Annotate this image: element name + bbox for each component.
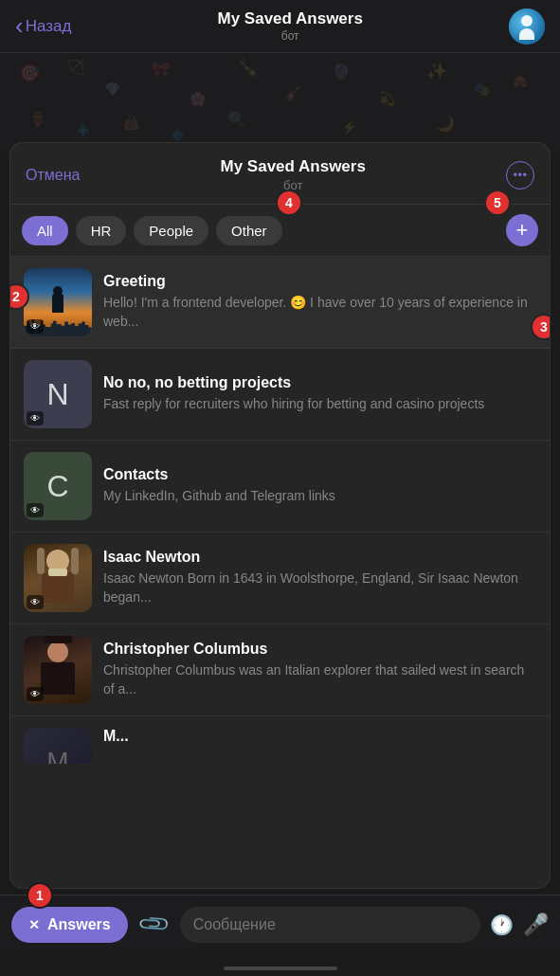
cancel-button[interactable]: Отмена	[26, 167, 80, 184]
chevron-left-icon: ‹	[15, 13, 24, 38]
bottom-bar: 1 ✕ Answers 📎 🕐 🎤	[0, 895, 560, 953]
item-description: Christopher Columbus was an Italian expl…	[103, 661, 536, 698]
filter-tab-all[interactable]: All	[22, 216, 68, 245]
item-thumbnail-partial: M	[24, 728, 92, 764]
item-info-columbus: Christopher Columbus Christopher Columbu…	[103, 641, 536, 698]
item-title: M...	[103, 728, 536, 745]
clock-button[interactable]: 🕐	[490, 913, 514, 936]
item-description: Fast reply for recruiters who hiring for…	[103, 395, 536, 414]
list-item[interactable]: 👁 Greeting Hello! I'm a frontend develop…	[10, 257, 550, 349]
message-input[interactable]	[180, 907, 480, 943]
items-list: 2 3 👁 Greeting Hello! I'm a frontend dev…	[10, 257, 550, 878]
filter-tabs: All HR People Other	[22, 216, 498, 245]
filter-row: 4 5 All HR People Other +	[10, 205, 550, 257]
item-description: My LinkedIn, Github and Telegram links	[103, 487, 536, 506]
nav-subtitle: бот	[218, 29, 363, 43]
panel-card: Отмена My Saved Answers бот ••• 4 5 All …	[9, 142, 551, 889]
item-info-partial: M...	[103, 728, 536, 745]
top-nav: ‹ Назад My Saved Answers бот	[0, 0, 560, 53]
nav-back-label: Назад	[26, 17, 72, 36]
item-title: Christopher Columbus	[103, 641, 536, 658]
panel-title: My Saved Answers	[221, 157, 366, 176]
list-item-partial[interactable]: M M...	[10, 716, 550, 764]
item-title: No no, no betting projects	[103, 374, 536, 391]
item-thumbnail-columbus: 👁	[24, 636, 92, 704]
answers-x-icon: ✕	[28, 917, 40, 932]
more-dots-icon: •••	[513, 169, 527, 181]
item-thumbnail-newton: 👁	[24, 544, 92, 612]
list-item[interactable]: 👁 Isaac Newton Isaac Newton Born in 1643…	[10, 533, 550, 624]
list-item[interactable]: N 👁 No no, no betting projects Fast repl…	[10, 349, 550, 441]
list-item[interactable]: 👁 Christopher Columbus Christopher Colum…	[10, 624, 550, 716]
item-title: Contacts	[103, 466, 536, 483]
nav-title: My Saved Answers	[218, 9, 363, 28]
filter-tab-hr[interactable]: HR	[76, 216, 127, 245]
item-title: Isaac Newton	[103, 549, 536, 566]
item-thumbnail-c: C 👁	[24, 452, 92, 520]
attach-button[interactable]: 📎	[131, 901, 177, 948]
answers-button[interactable]: ✕ Answers	[11, 907, 128, 943]
nav-title-block: My Saved Answers бот	[218, 9, 363, 43]
badge-5: 5	[484, 190, 511, 216]
filter-tab-other[interactable]: Other	[216, 216, 282, 245]
item-info-c: Contacts My LinkedIn, Github and Telegra…	[103, 466, 536, 506]
item-title: Greeting	[103, 273, 536, 290]
item-thumbnail-n: N 👁	[24, 360, 92, 428]
nav-avatar[interactable]	[509, 9, 545, 45]
item-description: Isaac Newton Born in 1643 in Woolsthorpe…	[103, 569, 536, 606]
item-info-newton: Isaac Newton Isaac Newton Born in 1643 i…	[103, 549, 536, 606]
add-filter-button[interactable]: +	[506, 214, 538, 246]
badge-1: 1	[27, 882, 53, 909]
home-indicator	[224, 967, 337, 970]
eye-badge-4: 👁	[27, 595, 44, 609]
item-thumbnail-greeting: 👁	[24, 268, 92, 336]
plus-icon: +	[516, 220, 529, 241]
badge-4: 4	[276, 190, 302, 216]
list-item[interactable]: C 👁 Contacts My LinkedIn, Github and Tel…	[10, 441, 550, 533]
eye-badge-1: 👁	[27, 319, 44, 334]
item-description: Hello! I'm a frontend developer. 😊 I hav…	[103, 294, 536, 331]
panel-title-block: My Saved Answers бот	[221, 157, 366, 192]
filter-tab-people[interactable]: People	[134, 216, 208, 245]
eye-badge-3: 👁	[27, 503, 44, 517]
nav-back-button[interactable]: ‹ Назад	[15, 15, 71, 38]
mic-button[interactable]: 🎤	[523, 913, 549, 937]
item-info-n: No no, no betting projects Fast reply fo…	[103, 374, 536, 414]
eye-badge-5: 👁	[27, 687, 44, 701]
badge-3: 3	[531, 314, 550, 340]
answers-label: Answers	[47, 916, 111, 933]
item-info-greeting: Greeting Hello! I'm a frontend developer…	[103, 273, 536, 331]
more-button[interactable]: •••	[506, 161, 534, 190]
eye-badge-2: 👁	[27, 411, 44, 425]
